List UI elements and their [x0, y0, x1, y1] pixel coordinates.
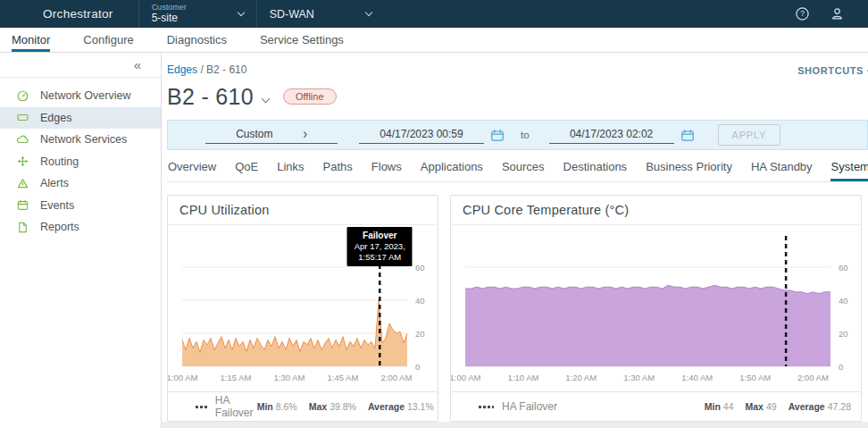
svg-text:1:30 AM: 1:30 AM: [274, 373, 305, 382]
svg-text:1:00 AM: 1:00 AM: [168, 373, 198, 382]
nav-item-diagnostics[interactable]: Diagnostics: [167, 28, 227, 52]
events-icon: [16, 198, 29, 212]
svg-text:1:20 AM: 1:20 AM: [565, 373, 597, 382]
stat-min: Min44: [705, 401, 734, 412]
chart-title: CPU Core Temperature (°C): [451, 196, 861, 225]
cpu-core-temperature-card: CPU Core Temperature (°C) 02040601:00 AM…: [450, 195, 862, 422]
svg-text:20: 20: [415, 329, 425, 339]
product-selector[interactable]: SD-WAN: [257, 0, 384, 28]
tab-applications[interactable]: Applications: [420, 157, 484, 181]
breadcrumb-separator: /: [200, 63, 203, 76]
svg-text:1:50 AM: 1:50 AM: [739, 373, 771, 382]
cpu-core-temperature-chart: 02040601:00 AM1:10 AM1:20 AM1:30 AM1:40 …: [451, 225, 861, 391]
nav-item-monitor[interactable]: Monitor: [12, 28, 50, 52]
tab-sources[interactable]: Sources: [501, 157, 546, 181]
svg-text:2:00 AM: 2:00 AM: [797, 373, 829, 382]
start-date-input[interactable]: 04/17/2023 00:59: [359, 127, 484, 144]
scroll-edge: [162, 422, 868, 428]
svg-text:1:30 AM: 1:30 AM: [623, 373, 655, 382]
sidebar-item-reports[interactable]: Reports: [0, 216, 161, 239]
chevron-down-icon: [365, 9, 372, 16]
tab-qoe[interactable]: QoE: [234, 157, 259, 181]
calendar-icon[interactable]: [680, 129, 695, 142]
gauge-icon: [16, 89, 29, 103]
app-brand: Orchestrator: [43, 7, 113, 21]
sidebar-item-label: Events: [40, 199, 74, 212]
legend-label: HA Failover: [502, 400, 557, 413]
chevron-down-icon[interactable]: [261, 94, 270, 103]
dashed-line-icon: [479, 406, 494, 408]
tab-links[interactable]: Links: [276, 157, 305, 181]
to-label: to: [521, 130, 530, 140]
sidebar-item-edges[interactable]: Edges: [0, 107, 161, 130]
edge-icon: [16, 111, 29, 124]
page-title: B2 - 610: [167, 84, 254, 110]
time-range-bar: Custom › 04/17/2023 00:59 to 04/17/2023 …: [167, 120, 868, 150]
svg-text:?: ?: [800, 9, 805, 18]
start-date-value: 04/17/2023 00:59: [380, 128, 463, 140]
nav-item-service-settings[interactable]: Service Settings: [260, 28, 344, 52]
sidebar-item-label: Alerts: [40, 177, 69, 189]
time-range-value: Custom: [236, 128, 272, 140]
stat-average: Average13.1%: [368, 401, 434, 412]
collapse-sidebar-icon[interactable]: «: [134, 58, 141, 71]
svg-text:1:10 AM: 1:10 AM: [508, 373, 539, 382]
shortcuts-label: SHORTCUTS: [797, 65, 864, 76]
reports-icon: [16, 221, 29, 234]
end-date-value: 04/17/2023 02:02: [570, 128, 653, 140]
svg-text:60: 60: [415, 263, 425, 273]
dashed-line-icon: [196, 406, 207, 408]
sidebar-item-label: Routing: [40, 155, 79, 168]
chevron-right-icon: ›: [304, 127, 307, 141]
stat-min: Min8.6%: [257, 401, 297, 412]
svg-text:1:40 AM: 1:40 AM: [681, 373, 713, 382]
sidebar-item-events[interactable]: Events: [0, 195, 161, 217]
svg-text:1:15 AM: 1:15 AM: [221, 373, 252, 382]
time-range-selector[interactable]: Custom ›: [205, 127, 338, 144]
svg-text:1:00 AM: 1:00 AM: [451, 373, 481, 382]
tab-overview[interactable]: Overview: [167, 157, 217, 181]
chart-title: CPU Utilization: [168, 196, 438, 225]
status-badge: Offline: [283, 88, 337, 105]
svg-text:40: 40: [839, 296, 848, 306]
top-bar: Orchestrator Customer 5-site SD-WAN ?: [0, 0, 868, 28]
customer-selector[interactable]: Customer 5-site: [139, 0, 256, 28]
network-services-icon: [16, 133, 29, 147]
customer-value: 5-site: [152, 13, 187, 25]
sidebar-item-network-overview[interactable]: Network Overview: [0, 85, 161, 107]
shortcuts-button[interactable]: SHORTCUTS: [797, 65, 868, 76]
tab-business-priority[interactable]: Business Priority: [645, 157, 733, 181]
user-icon[interactable]: [830, 6, 845, 21]
help-icon[interactable]: ?: [795, 6, 810, 21]
content-area: SHORTCUTS Edges / B2 - 610 B2 - 610 Offl…: [162, 53, 868, 428]
tab-ha-standby[interactable]: HA Standby: [750, 157, 814, 181]
main-nav: Monitor Configure Diagnostics Service Se…: [0, 28, 868, 53]
stat-average: Average47.28: [789, 401, 851, 412]
sidebar-item-alerts[interactable]: Alerts: [0, 172, 161, 195]
chevron-down-icon: [237, 9, 244, 16]
tab-system[interactable]: System: [830, 157, 868, 181]
svg-text:0: 0: [415, 362, 420, 372]
tab-flows[interactable]: Flows: [371, 157, 403, 181]
sidebar-item-network-services[interactable]: Network Services: [0, 129, 161, 151]
sidebar-item-routing[interactable]: Routing: [0, 151, 161, 173]
cpu-utilization-card: CPU Utilization 02040601:00 AM1:15 AM1:3…: [167, 195, 438, 422]
end-date-input[interactable]: 04/17/2023 02:02: [549, 127, 674, 144]
svg-text:0: 0: [839, 362, 843, 372]
breadcrumb: Edges / B2 - 610: [167, 63, 868, 77]
sidebar-item-label: Network Services: [40, 133, 127, 146]
legend-label: HA Failover: [215, 394, 257, 419]
calendar-icon[interactable]: [490, 129, 505, 142]
routing-icon: [16, 155, 29, 168]
monitor-tabs: Overview QoE Links Paths Flows Applicati…: [167, 157, 868, 182]
stat-max: Max49: [746, 401, 777, 412]
nav-item-configure[interactable]: Configure: [83, 28, 133, 52]
sidebar-item-label: Reports: [40, 221, 79, 233]
svg-text:1:45 AM: 1:45 AM: [327, 373, 358, 382]
breadcrumb-edges-link[interactable]: Edges: [167, 63, 197, 76]
sidebar-item-label: Network Overview: [40, 89, 130, 102]
tab-destinations[interactable]: Destinations: [563, 157, 629, 181]
apply-button[interactable]: APPLY: [718, 124, 781, 146]
svg-text:20: 20: [839, 329, 848, 339]
tab-paths[interactable]: Paths: [322, 157, 354, 181]
